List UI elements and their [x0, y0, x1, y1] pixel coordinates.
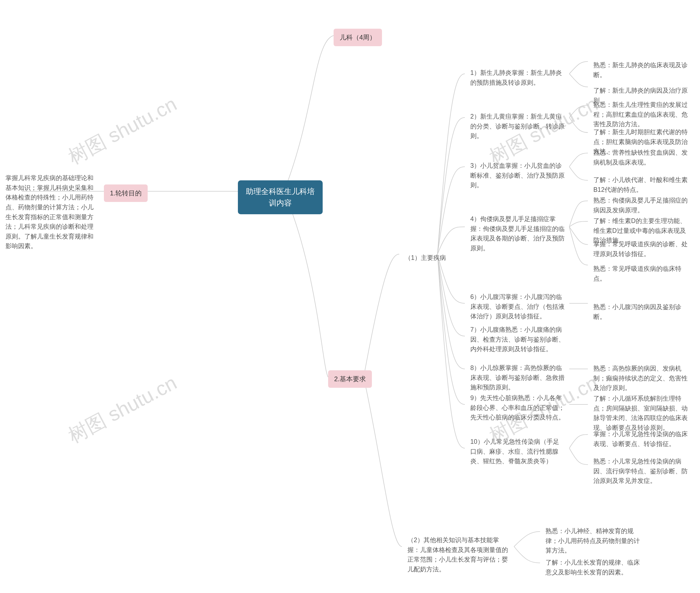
leaf: 熟悉：营养性缺铁性贫血病因、发病机制及临床表现。 [588, 144, 697, 171]
leaf: 掌握：小儿常见急性传染病的临床表现、诊断要点、转诊指征。 [588, 426, 697, 452]
sub-other-knowledge[interactable]: （2）其他相关知识与基本技能掌握：儿童体格检查及其各项测量值的正常范围；小儿生长… [402, 531, 515, 578]
disease-item-3[interactable]: 3）小儿贫血掌握：小儿贫血的诊断标准、鉴别诊断、治疗及预防原则。 [465, 157, 570, 194]
rotation-goal-desc: 掌握儿科常见疾病的基础理论和基本知识；掌握儿科病史采集和体格检查的特殊性；小儿用… [0, 169, 100, 255]
watermark: 树图 shutu.cn [64, 91, 181, 170]
disease-item-4[interactable]: 4）佝偻病及婴儿手足搐搦症掌握：佝偻病及婴儿手足搐搦症的临床表现及各期的诊断、治… [465, 210, 570, 257]
sub-main-diseases[interactable]: （1）主要疾病 [399, 249, 451, 267]
leaf: 熟悉：新生儿肺炎的临床表现及诊断。 [588, 56, 697, 84]
leaf: 熟悉：常见呼吸道疾病的临床特点。 [588, 260, 697, 287]
disease-item-9[interactable]: 9）先天性心脏病熟悉：小儿各年龄段心界、心率和血压的正常值；先天性心脏病的临床分… [465, 389, 570, 426]
disease-item-7[interactable]: 7）小儿腹痛熟悉：小儿腹痛的病因、检查方法、诊断与鉴别诊断、内外科处理原则及转诊… [465, 321, 570, 358]
branch-rotation-goal[interactable]: 1.轮转目的 [104, 185, 148, 202]
leaf: 熟悉：小儿常见急性传染病的病因、流行病学特点、鉴别诊断、防治原则及常见并发症。 [588, 453, 697, 490]
leaf: 了解：小儿生长发育的规律、临床意义及影响生长发育的因素。 [540, 554, 650, 581]
mindmap-root[interactable]: 助理全科医生儿科培训内容 [238, 181, 323, 214]
leaf: 掌握：常见呼吸道疾病的诊断、处理原则及转诊指征。 [588, 236, 697, 263]
leaf: 熟悉：小儿腹泻的病因及鉴别诊断。 [588, 299, 697, 325]
disease-item-10[interactable]: 10）小儿常见急性传染病（手足口病、麻疹、水痘、流行性腮腺炎、猩红热、脊髓灰质炎… [465, 433, 570, 470]
disease-item-2[interactable]: 2）新生儿黄疸掌握：新生儿黄疸的分类、诊断与鉴别诊断、转诊原则。 [465, 108, 570, 145]
disease-item-1[interactable]: 1）新生儿肺炎掌握：新生儿肺炎的预防措施及转诊原则。 [465, 64, 570, 91]
branch-basic-requirements[interactable]: 2.基本要求 [328, 370, 372, 388]
branch-pediatrics-weeks[interactable]: 儿科（4周） [334, 29, 382, 46]
watermark: 树图 shutu.cn [64, 370, 181, 449]
disease-item-6[interactable]: 6）小儿腹泻掌握：小儿腹泻的临床表现、诊断要点、治疗（包括液体治疗）原则及转诊指… [465, 288, 570, 325]
